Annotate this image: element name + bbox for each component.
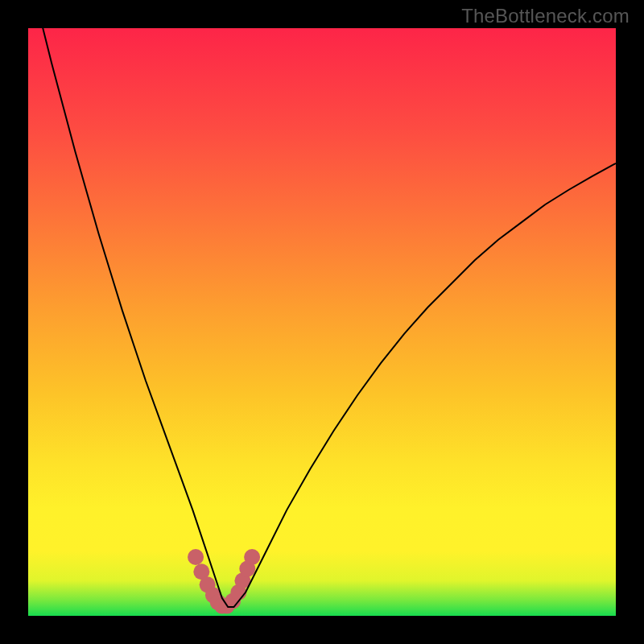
marker-dot [244, 549, 260, 565]
plot-area [28, 28, 616, 616]
bottleneck-curve [28, 28, 616, 607]
watermark-text: TheBottleneck.com [461, 5, 630, 27]
curve-layer [28, 28, 616, 616]
chart-frame: TheBottleneck.com [0, 0, 644, 644]
highlight-markers [188, 549, 260, 614]
marker-dot [188, 549, 204, 565]
